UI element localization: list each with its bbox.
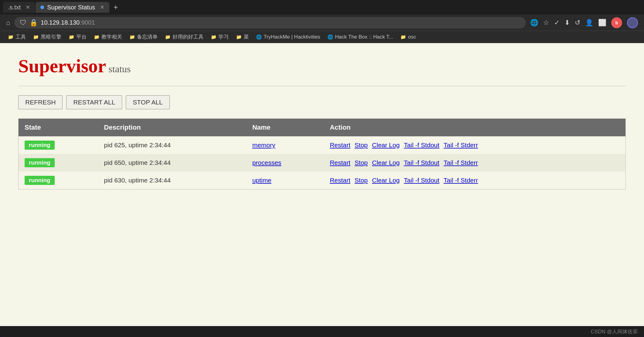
header-divider [18,86,626,86]
bookmark-tools[interactable]: 📁 工具 [5,32,29,42]
action-tail--f-stdout[interactable]: Tail -f Stdout [404,177,440,184]
bookmark-hackthebox-label: Hack The Box :: Hack T... [335,34,393,40]
globe-icon-thm: 🌐 [256,34,262,40]
action-links: RestartStopClear LogTail -f StdoutTail -… [330,141,619,149]
bookmark-learn[interactable]: 📁 学习 [208,32,232,42]
tab-txt[interactable]: .s.txt ✕ [3,2,35,13]
supervisor-header: Supervisor status [18,55,626,77]
bookmark-teaching-label: 教学相关 [101,33,122,40]
refresh-icon[interactable]: ↺ [575,19,580,27]
controls-bar: REFRESH RESTART ALL STOP ALL [18,95,626,109]
action-tail--f-stderr[interactable]: Tail -f Stderr [444,159,478,166]
action-stop[interactable]: Stop [355,177,368,184]
supervisor-status-word: status [108,63,131,75]
cell-description: pid 650, uptime 2:34:44 [98,154,246,172]
folder-icon-osc: 📁 [400,34,406,40]
tab-supervisor[interactable]: Supervisor Status ✕ [36,2,109,13]
action-restart[interactable]: Restart [330,141,351,149]
bookmark-memo-label: 备忘清单 [137,33,158,40]
bookmark-hackthebox[interactable]: 🌐 Hack The Box :: Hack T... [324,33,396,41]
new-tab-button[interactable]: + [110,3,122,12]
bookmark-star-icon[interactable]: ☆ [543,19,549,27]
cell-description: pid 630, uptime 2:34:44 [98,172,246,189]
bookmark-dark-label: 黑暗引擎 [41,33,61,40]
avatar-profile[interactable] [627,17,638,28]
refresh-button[interactable]: REFRESH [18,95,63,109]
bookmark-tools2[interactable]: 📁 好用的好工具 [162,32,207,42]
action-tail--f-stderr[interactable]: Tail -f Stderr [444,141,478,149]
action-tail--f-stdout[interactable]: Tail -f Stdout [404,159,440,166]
home-icon[interactable]: ⌂ [6,19,10,27]
address-text: 10.129.18.130:9001 [41,19,95,26]
pocket-icon[interactable]: ✓ [554,19,560,27]
bookmark-memo[interactable]: 📁 备忘清单 [126,32,161,42]
action-tail--f-stderr[interactable]: Tail -f Stderr [444,177,478,184]
avatar-burn[interactable]: b [611,17,622,28]
col-name: Name [246,119,324,137]
cell-state: running [19,172,98,189]
action-links: RestartStopClear LogTail -f StdoutTail -… [330,159,619,166]
state-badge: running [25,141,55,150]
bookmark-osc[interactable]: 📁 osc [397,33,419,41]
nav-actions: 🌐 ☆ ✓ ⬇ ↺ 👤 ⬜ b [530,17,638,28]
extensions-icon[interactable]: ⬜ [598,19,606,27]
action-clear-log[interactable]: Clear Log [372,177,400,184]
tab-txt-label: .s.txt [8,4,21,11]
action-stop[interactable]: Stop [355,159,368,166]
tab-bar: .s.txt ✕ Supervisor Status ✕ + [0,0,644,15]
process-name-link[interactable]: uptime [252,177,271,184]
action-tail--f-stdout[interactable]: Tail -f Stdout [404,141,440,149]
bookmark-tryhackme-label: TryHackMe | Hacktivities [264,34,320,40]
folder-icon-platform: 📁 [69,34,74,40]
supervisor-title: Supervisor [18,55,106,77]
bookmark-learn-label: 学习 [218,33,229,40]
bookmarks-bar: 📁 工具 📁 黑暗引擎 📁 平台 📁 教学相关 📁 备忘清单 📁 好用的好工具 … [0,31,644,43]
shield-icon: 🛡 [20,19,26,27]
address-bar[interactable]: 🛡 🔒 10.129.18.130:9001 [14,17,526,29]
stop-all-button[interactable]: STOP ALL [126,95,170,109]
col-state: State [19,119,98,137]
cell-state: running [19,154,98,172]
cell-description: pid 625, uptime 2:34:44 [98,136,246,154]
process-name-link[interactable]: processes [252,159,281,166]
bookmark-menu-label: 菜 [244,33,249,40]
cell-action: RestartStopClear LogTail -f StdoutTail -… [324,172,626,189]
cell-action: RestartStopClear LogTail -f StdoutTail -… [324,136,626,154]
restart-all-button[interactable]: RESTART ALL [66,95,122,109]
bookmark-tools2-label: 好用的好工具 [173,33,204,40]
bookmark-tools-label: 工具 [15,33,26,40]
nav-bar: ⌂ 🛡 🔒 10.129.18.130:9001 🌐 ☆ ✓ ⬇ ↺ 👤 ⬜ b [0,15,644,31]
bookmark-tryhackme[interactable]: 🌐 TryHackMe | Hacktivities [253,33,323,41]
col-action: Action [324,119,626,137]
folder-icon-learn: 📁 [211,34,217,40]
action-stop[interactable]: Stop [355,141,368,149]
bookmark-platform[interactable]: 📁 平台 [66,32,90,42]
action-clear-log[interactable]: Clear Log [372,141,400,149]
folder-icon-dark: 📁 [33,34,39,40]
translate-icon[interactable]: 🌐 [530,19,538,27]
process-name-link[interactable]: memory [252,141,275,148]
bookmark-menu[interactable]: 📁 菜 [233,32,252,42]
action-links: RestartStopClear LogTail -f StdoutTail -… [330,177,619,184]
download-icon[interactable]: ⬇ [564,19,570,27]
folder-icon-memo: 📁 [129,34,135,40]
col-description: Description [98,119,246,137]
bookmark-teaching[interactable]: 📁 教学相关 [91,32,125,42]
bookmark-dark[interactable]: 📁 黑暗引擎 [30,32,64,42]
action-restart[interactable]: Restart [330,159,351,166]
action-restart[interactable]: Restart [330,177,351,184]
lock-icon: 🔒 [29,19,38,27]
tab-txt-close[interactable]: ✕ [26,4,30,11]
folder-icon-menu: 📁 [236,34,242,40]
tab-supervisor-close[interactable]: ✕ [100,4,104,11]
folder-icon-tools2: 📁 [165,34,171,40]
table-row: runningpid 625, uptime 2:34:44memoryRest… [19,136,626,154]
process-table: State Description Name Action runningpid… [18,118,626,189]
table-row: runningpid 630, uptime 2:34:44uptimeRest… [19,172,626,189]
tab-dot [40,5,44,9]
globe-icon-htb: 🌐 [327,34,333,40]
folder-icon-tools: 📁 [8,34,14,40]
user-icon[interactable]: 👤 [585,19,593,27]
cell-action: RestartStopClear LogTail -f StdoutTail -… [324,154,626,172]
action-clear-log[interactable]: Clear Log [372,159,400,166]
